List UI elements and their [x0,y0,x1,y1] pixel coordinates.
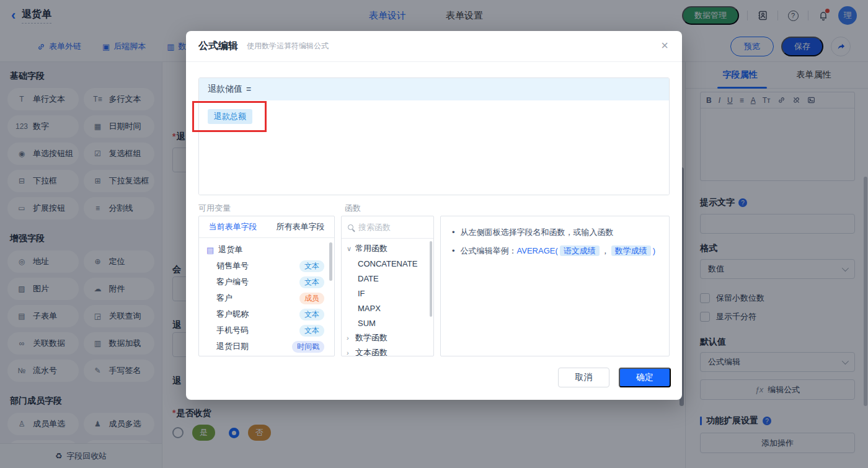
variable-row[interactable]: 客户编号文本 [199,274,334,290]
search-icon [348,224,353,230]
confirm-button[interactable]: 确定 [619,368,671,387]
tree-root-return-order[interactable]: ▤ 退货单 [199,242,334,258]
formula-target-bar: 退款储值= [199,78,669,100]
caret-down-icon: ∨ [347,245,355,253]
variable-row[interactable]: 退货日期时间戳 [199,338,334,355]
formula-editor: 退款储值= 退款总额 [198,77,670,195]
bullet: • [452,245,455,257]
variables-scrollbar[interactable] [329,242,332,281]
function-group-common[interactable]: ∨常用函数 [342,241,433,256]
bullet: • [452,226,455,239]
function-group-text[interactable]: ›文本函数 [342,345,433,356]
function-item[interactable]: DATE [342,271,433,286]
form-doc-icon: ▤ [206,245,214,255]
type-badge: 成员 [299,293,324,304]
functions-label: 函数 [345,203,361,214]
modal-title: 公式编辑 [198,40,238,53]
type-badge: 文本 [299,276,324,288]
example-chip: 语文成绩 [560,245,600,256]
function-item[interactable]: SUM [342,316,433,330]
search-input[interactable] [358,223,427,232]
type-badge: 文本 [299,260,324,272]
variables-tree: ▤ 退货单 销售单号文本 客户编号文本 客户成员 客户昵称文本 手机号码文本 退… [199,238,334,355]
function-item[interactable]: CONCATENATE [342,256,433,271]
variables-label: 可用变量 [198,203,231,214]
tips-panel: • 从左侧面板选择字段名和函数，或输入函数 • 公式编辑举例：AVERAGE(语… [440,216,670,356]
variables-panel: 当前表单字段 所有表单字段 ▤ 退货单 销售单号文本 客户编号文本 客户成员 客… [198,216,335,356]
type-badge: 时间戳 [292,341,324,353]
annotation-red-box [192,101,267,132]
function-item[interactable]: IF [342,286,433,301]
formula-input-area[interactable]: 退款总额 [199,100,669,195]
variable-row[interactable]: 客户昵称文本 [199,306,334,322]
functions-scrollbar[interactable] [430,241,432,317]
tip-line-2: 公式编辑举例：AVERAGE(语文成绩，数学成绩) [461,245,656,257]
tab-all-form-fields[interactable]: 所有表单字段 [277,221,325,232]
tip-line-1: 从左侧面板选择字段名和函数，或输入函数 [461,226,614,239]
form-designer-screen: ‹ 退货单 表单设计 表单设置 数据管理 ? 理 [0,0,868,468]
tab-current-form-fields[interactable]: 当前表单字段 [209,221,257,232]
example-chip: 数学成绩 [611,245,651,256]
close-icon[interactable]: × [661,39,668,51]
type-badge: 文本 [299,325,324,337]
functions-panel: ∨常用函数 CONCATENATE DATE IF MAPX SUM ›数学函数… [341,216,434,356]
variable-row[interactable]: 手机号码文本 [199,322,334,338]
caret-right-icon: › [347,334,355,342]
variable-row[interactable]: 销售单号文本 [199,258,334,274]
function-item[interactable]: MAPX [342,301,433,316]
formula-edit-modal: 公式编辑 使用数学运算符编辑公式 × 退款储值= 退款总额 可用变量 函数 当前… [186,31,682,400]
type-badge: 文本 [299,309,324,320]
function-group-math[interactable]: ›数学函数 [342,330,433,345]
cancel-button[interactable]: 取消 [558,368,609,387]
functions-tree: ∨常用函数 CONCATENATE DATE IF MAPX SUM ›数学函数… [342,239,433,356]
modal-subtitle: 使用数学运算符编辑公式 [247,41,329,51]
function-search[interactable] [342,216,433,239]
caret-right-icon: › [347,349,355,356]
variable-row[interactable]: 客户成员 [199,290,334,306]
